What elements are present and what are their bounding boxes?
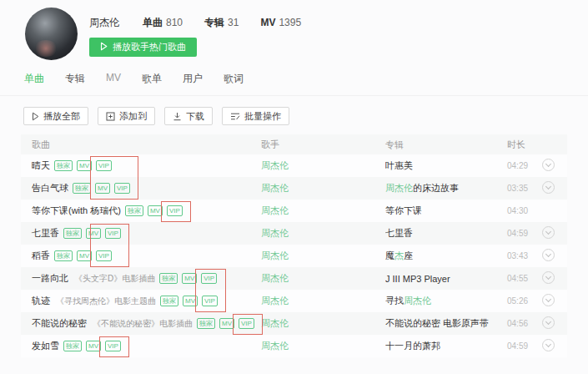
tab-lyrics[interactable]: 歌词 bbox=[224, 72, 244, 86]
artist-link[interactable]: 周杰伦 bbox=[261, 273, 289, 283]
tab-albums[interactable]: 专辑 bbox=[65, 72, 85, 86]
more-cell bbox=[542, 339, 567, 353]
album-link[interactable]: 十一月的萧邦 bbox=[385, 340, 507, 352]
exclusive-badge: 独家 bbox=[63, 341, 82, 351]
song-title-link[interactable]: 等你下课(with 杨瑞代) bbox=[32, 205, 121, 217]
song-title-link[interactable]: 告白气球 bbox=[32, 182, 68, 195]
artist-link[interactable]: 周杰伦 bbox=[261, 228, 289, 238]
search-category-tabs: 单曲 专辑 MV 歌单 用户 歌词 bbox=[0, 60, 588, 96]
download-button[interactable]: 下载 bbox=[164, 107, 213, 125]
album-link[interactable]: 魔杰座 bbox=[385, 250, 507, 262]
stat-singles-value: 810 bbox=[166, 17, 183, 28]
tab-mv[interactable]: MV bbox=[106, 72, 121, 86]
artist-cell: 周杰伦 bbox=[261, 272, 385, 285]
more-cell bbox=[542, 294, 567, 308]
table-row: 等你下课(with 杨瑞代) 独家 MV VIP 周杰伦 等你下课 04:30 bbox=[21, 200, 567, 222]
tab-playlists[interactable]: 歌单 bbox=[142, 72, 162, 86]
album-link[interactable]: 叶惠美 bbox=[385, 159, 507, 172]
mv-badge: MV bbox=[95, 183, 110, 194]
album-link[interactable]: 周杰伦的床边故事 bbox=[385, 182, 507, 195]
song-table-header: 歌曲 歌手 专辑 时长 bbox=[21, 134, 567, 154]
song-cell: 一路向北 《头文字D》电影插曲 独家 MV VIP bbox=[21, 272, 261, 285]
exclusive-badge: 独家 bbox=[54, 160, 73, 171]
add-to-button[interactable]: 添加到 bbox=[98, 107, 155, 125]
chevron-down-circle-icon[interactable] bbox=[542, 226, 555, 239]
table-row: 一路向北 《头文字D》电影插曲 独家 MV VIP 周杰伦 J III MP3 … bbox=[21, 267, 567, 290]
chevron-down-circle-icon[interactable] bbox=[542, 249, 555, 261]
artist-avatar[interactable] bbox=[25, 8, 78, 60]
vip-badge: VIP bbox=[96, 250, 112, 261]
more-cell bbox=[542, 204, 567, 218]
chevron-down-circle-icon[interactable] bbox=[542, 271, 555, 284]
album-link[interactable]: 不能说的秘密 电影原声带 bbox=[385, 317, 507, 330]
batch-operations-icon bbox=[230, 112, 240, 121]
song-table-body: 晴天 独家 MV VIP 周杰伦 叶惠美 04:29 告白气球 独家 MV VI… bbox=[21, 154, 567, 357]
album-link[interactable]: 等你下课 bbox=[385, 205, 507, 217]
play-hot-songs-button[interactable]: 播放歌手热门歌曲 bbox=[89, 38, 197, 57]
artist-link[interactable]: 周杰伦 bbox=[261, 160, 289, 170]
search-results-page: 周杰伦 单曲810 专辑31 MV1395 播放歌手热门歌曲 单曲 专辑 MV … bbox=[0, 0, 588, 374]
artist-cell: 周杰伦 bbox=[261, 227, 385, 240]
artist-link[interactable]: 周杰伦 bbox=[261, 296, 289, 306]
play-all-label: 播放全部 bbox=[43, 110, 80, 123]
tab-users[interactable]: 用户 bbox=[183, 72, 203, 86]
exclusive-badge: 独家 bbox=[125, 205, 143, 216]
album-text: 七里香 bbox=[385, 228, 413, 238]
col-artist: 歌手 bbox=[261, 139, 385, 151]
mv-badge: MV bbox=[148, 205, 163, 216]
song-title-link[interactable]: 不能说的秘密 bbox=[32, 317, 87, 330]
vip-badge: VIP bbox=[96, 160, 112, 171]
tab-singles[interactable]: 单曲 bbox=[24, 72, 44, 86]
duration: 04:29 bbox=[507, 161, 542, 170]
table-row: 发如雪 独家 MV VIP 周杰伦 十一月的萧邦 04:59 bbox=[21, 335, 567, 357]
song-cell: 轨迹 《寻找周杰伦》电影主题曲 独家 MV VIP bbox=[21, 295, 261, 307]
batch-operations-button[interactable]: 批量操作 bbox=[222, 107, 289, 125]
vip-badge: VIP bbox=[105, 341, 121, 351]
artist-header: 周杰伦 单曲810 专辑31 MV1395 播放歌手热门歌曲 bbox=[0, 0, 588, 60]
table-row: 稻香 独家 MV VIP 周杰伦 魔杰座 03:43 bbox=[21, 245, 567, 267]
col-song: 歌曲 bbox=[21, 139, 261, 151]
artist-link[interactable]: 周杰伦 bbox=[261, 341, 289, 351]
mv-badge: MV bbox=[86, 228, 101, 239]
table-row: 不能说的秘密 《不能说的秘密》电影插曲 独家 MV VIP 周杰伦 不能说的秘密… bbox=[21, 312, 567, 335]
artist-cell: 周杰伦 bbox=[261, 159, 385, 172]
album-text-suffix: 座 bbox=[404, 250, 413, 260]
table-row: 告白气球 独家 MV VIP 周杰伦 周杰伦的床边故事 03:35 bbox=[21, 177, 567, 200]
song-title-link[interactable]: 轨迹 bbox=[32, 295, 50, 307]
artist-cell: 周杰伦 bbox=[261, 182, 385, 195]
song-cell: 七里香 独家 MV VIP bbox=[21, 227, 261, 240]
vip-badge: VIP bbox=[239, 318, 254, 329]
mv-badge: MV bbox=[219, 318, 234, 329]
album-link[interactable]: J III MP3 Player bbox=[385, 274, 507, 284]
mv-badge: MV bbox=[86, 341, 101, 351]
song-title-link[interactable]: 发如雪 bbox=[32, 340, 59, 352]
stat-albums: 专辑31 bbox=[204, 16, 239, 30]
artist-link[interactable]: 周杰伦 bbox=[261, 318, 289, 328]
album-text: 寻找 bbox=[385, 296, 404, 306]
song-title-link[interactable]: 稻香 bbox=[32, 250, 50, 262]
artist-link[interactable]: 周杰伦 bbox=[261, 250, 289, 260]
artist-link[interactable]: 周杰伦 bbox=[261, 183, 289, 193]
album-text: 魔 bbox=[385, 250, 395, 260]
chevron-down-circle-icon[interactable] bbox=[542, 339, 555, 351]
mv-badge: MV bbox=[77, 250, 92, 261]
more-cell bbox=[542, 249, 567, 263]
play-all-button[interactable]: 播放全部 bbox=[23, 107, 88, 125]
album-link[interactable]: 七里香 bbox=[385, 227, 507, 240]
download-icon bbox=[173, 112, 182, 121]
song-title-link[interactable]: 七里香 bbox=[32, 227, 59, 240]
album-link[interactable]: 寻找周杰伦 bbox=[385, 295, 507, 307]
chevron-down-circle-icon[interactable] bbox=[542, 316, 555, 329]
chevron-down-circle-icon[interactable] bbox=[542, 294, 555, 306]
duration: 03:43 bbox=[507, 251, 542, 260]
stat-mv-label: MV bbox=[260, 17, 275, 28]
artist-link[interactable]: 周杰伦 bbox=[261, 205, 289, 215]
duration: 04:56 bbox=[507, 319, 542, 328]
song-title-link[interactable]: 晴天 bbox=[32, 159, 50, 172]
table-row: 轨迹 《寻找周杰伦》电影主题曲 独家 MV VIP 周杰伦 寻找周杰伦 05:2… bbox=[21, 290, 567, 312]
song-title-link[interactable]: 一路向北 bbox=[32, 272, 68, 285]
mv-badge: MV bbox=[77, 160, 92, 171]
chevron-down-circle-icon[interactable] bbox=[542, 181, 555, 194]
chevron-down-circle-icon[interactable] bbox=[542, 159, 555, 171]
album-highlight: 周杰伦 bbox=[404, 296, 431, 306]
